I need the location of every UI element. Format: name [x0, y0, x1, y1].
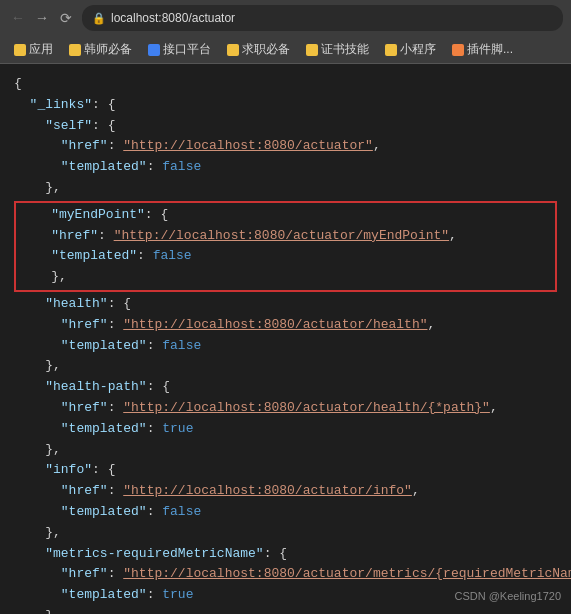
bookmark-plugin[interactable]: 插件脚... [446, 39, 519, 60]
bookmark-icon [148, 44, 160, 56]
reload-button[interactable]: ⟳ [56, 8, 76, 28]
bookmark-hanshi[interactable]: 韩师必备 [63, 39, 138, 60]
self-templated: "templated": false [14, 157, 557, 178]
health-path-href-link[interactable]: "http://localhost:8080/actuator/health/{… [123, 400, 490, 415]
bookmark-cert[interactable]: 证书技能 [300, 39, 375, 60]
myendpoint-close: }, [20, 267, 551, 288]
browser-toolbar: ← → ⟳ 🔒 localhost:8080/actuator [0, 0, 571, 36]
bookmark-job[interactable]: 求职必备 [221, 39, 296, 60]
health-templated: "templated": false [14, 336, 557, 357]
myendpoint-href-link[interactable]: "http://localhost:8080/actuator/myEndPoi… [114, 228, 449, 243]
bookmark-label: 插件脚... [467, 41, 513, 58]
bookmark-icon [227, 44, 239, 56]
bookmark-icon [69, 44, 81, 56]
watermark: CSDN @Keeling1720 [454, 588, 561, 606]
forward-button[interactable]: → [32, 8, 52, 28]
metrics-req-close: }, [14, 606, 557, 614]
self-close: }, [14, 178, 557, 199]
address-bar[interactable]: 🔒 localhost:8080/actuator [82, 5, 563, 31]
info-href: "href": "http://localhost:8080/actuator/… [14, 481, 557, 502]
metrics-req-href-link[interactable]: "http://localhost:8080/actuator/metrics/… [123, 566, 571, 581]
health-path-key: "health-path": { [14, 377, 557, 398]
bookmark-label: 求职必备 [242, 41, 290, 58]
bookmark-icon [452, 44, 464, 56]
info-key: "info": { [14, 460, 557, 481]
bookmark-miniapp[interactable]: 小程序 [379, 39, 442, 60]
health-close: }, [14, 356, 557, 377]
metrics-req-key: "metrics-requiredMetricName": { [14, 544, 557, 565]
health-key: "health": { [14, 294, 557, 315]
health-path-href: "href": "http://localhost:8080/actuator/… [14, 398, 557, 419]
health-href-link[interactable]: "http://localhost:8080/actuator/health" [123, 317, 427, 332]
bookmark-label: 证书技能 [321, 41, 369, 58]
browser-chrome: ← → ⟳ 🔒 localhost:8080/actuator 应用 韩师必备 … [0, 0, 571, 64]
self-href: "href": "http://localhost:8080/actuator"… [14, 136, 557, 157]
back-button[interactable]: ← [8, 8, 28, 28]
self-href-link[interactable]: "http://localhost:8080/actuator" [123, 138, 373, 153]
bookmark-label: 韩师必备 [84, 41, 132, 58]
bookmarks-bar: 应用 韩师必备 接口平台 求职必备 证书技能 小程序 插件脚... [0, 36, 571, 64]
myendpoint-href: "href": "http://localhost:8080/actuator/… [20, 226, 551, 247]
json-content: { "_links": { "self": { "href": "http://… [0, 64, 571, 614]
health-href: "href": "http://localhost:8080/actuator/… [14, 315, 557, 336]
bookmark-label: 小程序 [400, 41, 436, 58]
info-href-link[interactable]: "http://localhost:8080/actuator/info" [123, 483, 412, 498]
nav-buttons: ← → ⟳ [8, 8, 76, 28]
bookmark-label: 应用 [29, 41, 53, 58]
health-path-close: }, [14, 440, 557, 461]
links-key: "_links": { [14, 95, 557, 116]
myendpoint-highlighted-block: "myEndPoint": { "href": "http://localhos… [14, 201, 557, 292]
self-key: "self": { [14, 116, 557, 137]
info-templated: "templated": false [14, 502, 557, 523]
bookmark-label: 接口平台 [163, 41, 211, 58]
metrics-req-href: "href": "http://localhost:8080/actuator/… [14, 564, 557, 585]
info-close: }, [14, 523, 557, 544]
myendpoint-templated: "templated": false [20, 246, 551, 267]
myendpoint-key: "myEndPoint": { [20, 205, 551, 226]
bookmark-icon [14, 44, 26, 56]
bookmark-icon [306, 44, 318, 56]
url-text: localhost:8080/actuator [111, 11, 235, 25]
bookmark-api[interactable]: 接口平台 [142, 39, 217, 60]
bookmark-icon [385, 44, 397, 56]
lock-icon: 🔒 [92, 12, 106, 25]
bookmark-apps[interactable]: 应用 [8, 39, 59, 60]
health-path-templated: "templated": true [14, 419, 557, 440]
root-open: { [14, 74, 557, 95]
